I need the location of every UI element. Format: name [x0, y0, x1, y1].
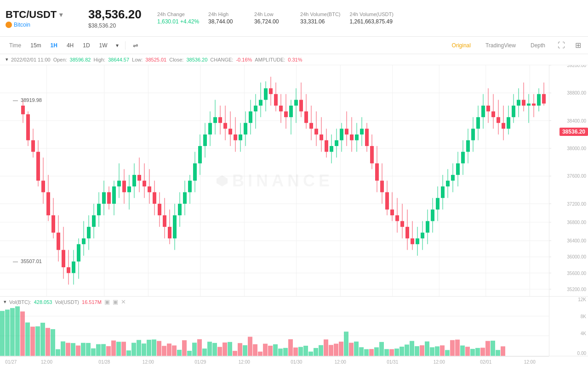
price-low-annotation: 35507.01: [13, 258, 42, 264]
x-axis-label: 01/31: [387, 359, 398, 365]
info-close-label: Close:: [169, 57, 183, 62]
info-open-label: Open:: [53, 57, 67, 62]
time-label-button: Time: [6, 41, 25, 50]
coin-name: Bitcoin: [14, 22, 30, 28]
price-high-annotation: 38919.98: [13, 97, 42, 103]
stat-24h-low-value: 36,724.00: [254, 18, 291, 25]
stat-24h-low-label: 24h Low: [254, 11, 291, 17]
x-axis-label: 12:00: [41, 359, 52, 365]
stat-24h-vol-btc-value: 33,331.06: [300, 18, 340, 25]
stat-24h-vol-usdt-value: 1,261,663,875.49: [350, 18, 394, 25]
stat-24h-vol-btc-label: 24h Volume(BTC): [300, 11, 340, 17]
info-low-val: 38525.01: [145, 57, 166, 62]
candlestick-chart[interactable]: BINANCE 38919.98 35507.01: [0, 65, 549, 296]
coin-icon: [6, 22, 12, 28]
interval-1h-button[interactable]: 1H: [47, 41, 61, 50]
filter-icon[interactable]: ⇌: [129, 40, 142, 51]
info-arrow: ▾: [6, 56, 8, 62]
info-bar: ▾ 2022/02/01 11:00 Open: 38596.82 High: …: [0, 54, 588, 65]
x-axis-label: 12:00: [143, 359, 154, 365]
x-axis-label: 12:00: [239, 359, 250, 365]
vol-add-icon[interactable]: ▣: [113, 298, 118, 305]
info-date: 2022/02/01 11:00: [11, 57, 51, 62]
x-axis: 01/2712:0001/2812:0001/2912:0001/3012:00…: [0, 356, 549, 365]
volume-axis-canvas: [549, 297, 588, 356]
info-low-label: Low:: [132, 57, 143, 62]
info-amplitude-val: 0.31%: [288, 57, 302, 62]
x-axis-label: 01/27: [5, 359, 17, 365]
vol-usdt-label: Vol(USDT): [55, 299, 79, 305]
info-close-val: 38536.20: [186, 57, 207, 62]
volume-section: ▾ Vol(BTC): 428.053 Vol(USDT) 16.517M ▣ …: [0, 296, 588, 356]
view-original-button[interactable]: Original: [448, 41, 474, 50]
stat-24h-high: 24h High 38,744.00: [204, 11, 250, 25]
volume-axis: [549, 297, 588, 356]
current-price-badge: 38536.20: [559, 128, 588, 136]
view-tradingview-button[interactable]: TradingView: [482, 41, 519, 50]
vol-btc-value: 428.053: [34, 299, 52, 305]
x-axis-label: 12:00: [434, 359, 445, 365]
pair-symbol: BTC/USDT: [6, 9, 57, 21]
vol-settings-icon[interactable]: ▣: [104, 298, 110, 305]
info-high-label: High:: [94, 57, 106, 62]
volume-arrow[interactable]: ▾: [4, 299, 6, 305]
grid-icon[interactable]: ⊞: [574, 39, 582, 51]
toolbar-divider: [125, 41, 126, 50]
stats-row: 24h Change 1,630.01 +4.42% 24h High 38,7…: [153, 11, 398, 25]
pair-title[interactable]: BTC/USDT ▾: [6, 9, 79, 21]
toolbar: Time 15m 1H 4H 1D 1W ▾ ⇌ Original Tradin…: [0, 37, 588, 54]
main-chart-area: BINANCE 38919.98 35507.01 38536.20: [0, 65, 588, 296]
interval-dropdown-button[interactable]: ▾: [113, 41, 121, 50]
vol-usdt-value: 16.517M: [82, 299, 102, 305]
stat-24h-change-value: 1,630.01 +4.42%: [157, 18, 199, 25]
price-axis-canvas: [549, 65, 588, 296]
volume-header: ▾ Vol(BTC): 428.053 Vol(USDT) 16.517M ▣ …: [4, 298, 126, 305]
volume-canvas: [0, 297, 549, 356]
stat-24h-low: 24h Low 36,724.00: [250, 11, 296, 25]
x-axis-container: 01/2712:0001/2812:0001/2912:0001/3012:00…: [0, 356, 588, 365]
x-axis-label: 12:00: [335, 359, 346, 365]
stat-24h-vol-usdt-label: 24h Volume(USDT): [350, 11, 394, 17]
x-axis-label: 12:00: [524, 359, 536, 365]
stat-24h-change: 24h Change 1,630.01 +4.42%: [153, 11, 204, 25]
pair-subtitle[interactable]: Bitcoin: [6, 22, 79, 28]
vol-btc-label: Vol(BTC):: [9, 299, 31, 305]
stat-24h-vol-btc: 24h Volume(BTC) 33,331.06: [296, 11, 345, 25]
interval-1d-button[interactable]: 1D: [79, 41, 93, 50]
main-price: 38,536.20: [88, 7, 143, 22]
view-depth-button[interactable]: Depth: [527, 41, 549, 50]
stat-24h-vol-usdt: 24h Volume(USDT) 1,261,663,875.49: [345, 11, 398, 25]
price-axis: 38536.20: [549, 65, 588, 296]
x-axis-label: 01/28: [98, 359, 110, 365]
volume-chart: ▾ Vol(BTC): 428.053 Vol(USDT) 16.517M ▣ …: [0, 297, 549, 356]
x-axis-label: 02/01: [480, 359, 491, 365]
candle-canvas: [0, 65, 549, 296]
sub-price: $38,536.20: [88, 22, 143, 29]
vol-close-icon[interactable]: ✕: [121, 298, 126, 305]
info-change-label: CHANGE:: [210, 57, 233, 62]
interval-4h-button[interactable]: 4H: [63, 41, 77, 50]
stat-24h-change-label: 24h Change: [157, 11, 199, 17]
x-axis-spacer: [549, 356, 588, 365]
toolbar-right: Original TradingView Depth ⛶ ⊞: [448, 39, 582, 51]
info-high-val: 38644.57: [108, 57, 129, 62]
stat-24h-high-label: 24h High: [208, 11, 245, 17]
x-axis-label: 01/29: [194, 359, 206, 365]
info-open-val: 38596.82: [70, 57, 91, 62]
stat-24h-high-value: 38,744.00: [208, 18, 245, 25]
price-section: 38,536.20 $38,536.20: [88, 7, 143, 29]
header: BTC/USDT ▾ Bitcoin 38,536.20 $38,536.20 …: [0, 0, 588, 37]
info-change-val: -0.16%: [236, 57, 252, 62]
x-axis-label: 01/30: [291, 359, 302, 365]
info-amplitude-label: AMPLITUDE:: [255, 57, 285, 62]
fullscreen-icon[interactable]: ⛶: [556, 40, 566, 51]
pair-section: BTC/USDT ▾ Bitcoin: [6, 9, 79, 28]
chart-container: ▾ 2022/02/01 11:00 Open: 38596.82 High: …: [0, 54, 588, 365]
pair-chevron-icon[interactable]: ▾: [59, 11, 63, 18]
interval-1w-button[interactable]: 1W: [96, 41, 111, 50]
interval-15m-button[interactable]: 15m: [27, 41, 45, 50]
